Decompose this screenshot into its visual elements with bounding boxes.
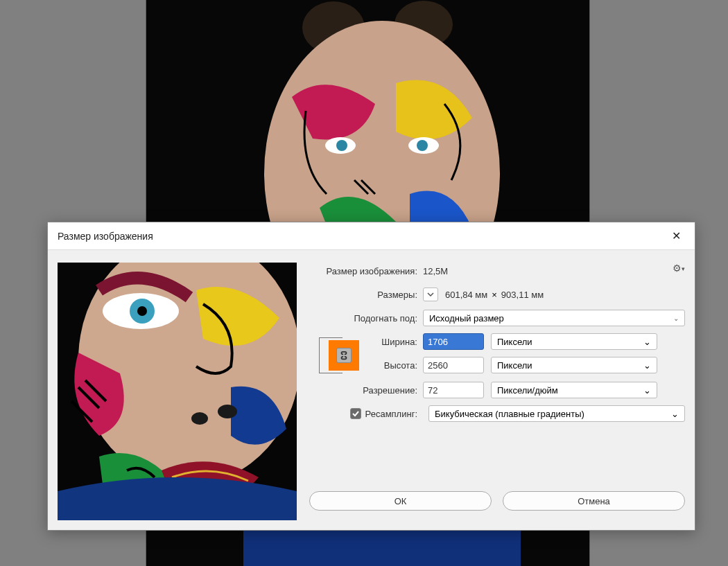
svg-point-7 — [417, 140, 428, 151]
dimensions-height: 903,11 мм — [501, 290, 544, 300]
height-unit-select[interactable]: Пиксели ⌄ — [491, 357, 657, 373]
image-size-value: 12,5M — [423, 266, 448, 276]
close-button[interactable]: ✕ — [668, 228, 685, 244]
chevron-down-icon — [427, 291, 434, 298]
svg-point-13 — [218, 405, 237, 418]
svg-point-5 — [336, 140, 347, 151]
chevron-down-icon: ⌄ — [643, 337, 651, 347]
fit-to-value: Исходный размер — [429, 313, 504, 324]
height-unit-value: Пиксели — [497, 360, 532, 371]
check-icon — [352, 410, 359, 417]
cancel-label: Отмена — [578, 496, 610, 506]
image-size-label: Размер изображения: — [309, 266, 423, 276]
image-size-dialog: Размер изображения ✕ — [47, 222, 695, 531]
width-height-block: Ширина: Пиксели ⌄ Высота: Пиксели ⌄ — [309, 333, 685, 380]
resolution-input[interactable] — [423, 382, 484, 398]
svg-point-14 — [191, 412, 208, 425]
width-input[interactable] — [423, 333, 484, 350]
resolution-unit-value: Пиксели/дюйм — [497, 385, 558, 396]
resample-checkbox[interactable] — [350, 408, 361, 419]
ok-button[interactable]: ОК — [309, 491, 492, 511]
width-unit-select[interactable]: Пиксели ⌄ — [491, 333, 657, 350]
preview-thumbnail[interactable] — [58, 263, 297, 520]
chevron-down-icon: ⌄ — [643, 385, 651, 396]
chevron-down-icon: ⌄ — [643, 360, 651, 371]
dialog-title: Размер изображения — [58, 231, 153, 242]
width-label: Ширина: — [365, 337, 423, 347]
ok-label: ОК — [395, 496, 407, 506]
resolution-unit-select[interactable]: Пиксели/дюйм ⌄ — [491, 382, 657, 398]
svg-point-12 — [137, 306, 147, 316]
dimensions-width: 601,84 мм — [445, 290, 487, 300]
dialog-titlebar[interactable]: Размер изображения ✕ — [48, 222, 695, 250]
constrain-proportions-button[interactable] — [336, 348, 352, 363]
link-icon — [340, 351, 348, 360]
link-column — [309, 333, 365, 378]
fit-to-select[interactable]: Исходный размер ⌄ — [423, 310, 685, 326]
chevron-down-icon: ⌄ — [673, 315, 679, 322]
resample-value: Бикубическая (плавные градиенты) — [435, 409, 584, 419]
chevron-down-icon: ⌄ — [671, 409, 679, 419]
controls-panel: ⚙▾ Размер изображения: 12,5M Размеры: 60… — [309, 263, 685, 520]
resample-label: Ресамплинг: — [365, 409, 417, 419]
cancel-button[interactable]: Отмена — [503, 491, 685, 511]
gear-icon[interactable]: ⚙▾ — [673, 263, 685, 274]
height-input[interactable] — [423, 357, 484, 373]
dialog-body: ⚙▾ Размер изображения: 12,5M Размеры: 60… — [48, 250, 695, 530]
fit-to-label: Подогнать под: — [309, 313, 423, 324]
resample-label-wrap: Ресамплинг: — [309, 408, 423, 419]
dimensions-unit-toggle[interactable] — [423, 288, 438, 301]
height-label: Высота: — [365, 360, 423, 371]
dimensions-label: Размеры: — [309, 290, 423, 300]
width-unit-value: Пиксели — [497, 337, 532, 347]
resolution-label: Разрешение: — [309, 385, 423, 396]
dialog-buttons: ОК Отмена — [309, 491, 685, 511]
times-symbol: × — [492, 290, 497, 300]
resample-method-select[interactable]: Бикубическая (плавные градиенты) ⌄ — [428, 405, 685, 422]
link-highlight — [329, 340, 359, 371]
